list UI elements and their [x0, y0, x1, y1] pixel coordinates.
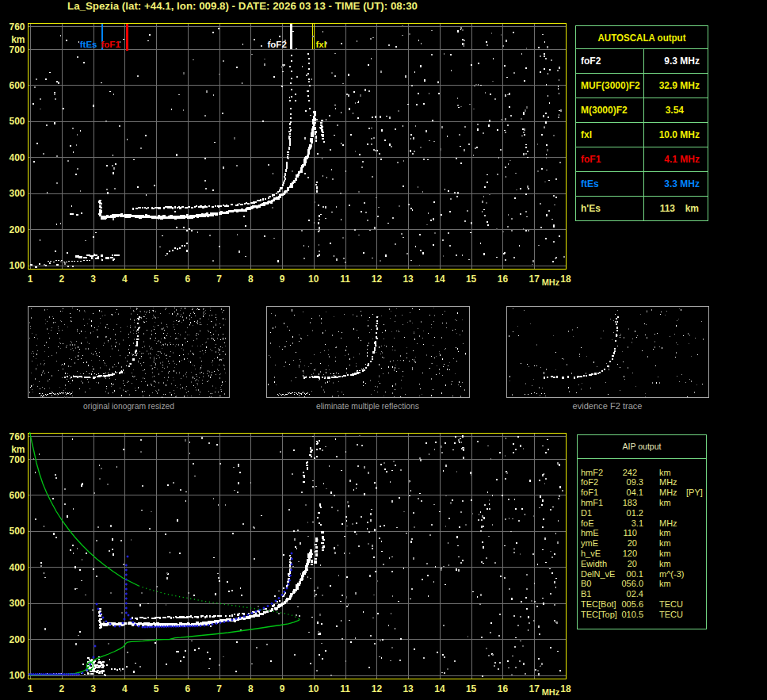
svg-text:ymE: ymE	[581, 538, 598, 548]
svg-text:[PY]: [PY]	[686, 488, 703, 497]
svg-text:18: 18	[560, 273, 571, 285]
svg-text:5: 5	[154, 273, 159, 285]
svg-text:6: 6	[185, 273, 190, 285]
svg-text:13: 13	[403, 683, 414, 694]
svg-text:km: km	[659, 498, 671, 507]
svg-text:700: 700	[9, 454, 25, 465]
svg-text:400: 400	[9, 152, 25, 163]
svg-text:9.3 MHz: 9.3 MHz	[664, 55, 700, 67]
svg-text:8: 8	[248, 273, 254, 285]
svg-text:7: 7	[216, 683, 222, 694]
svg-text:01.2: 01.2	[627, 508, 643, 518]
svg-text:DelN_vE: DelN_vE	[581, 569, 615, 579]
svg-text:4: 4	[122, 683, 128, 694]
svg-text:3.3 MHz: 3.3 MHz	[664, 178, 700, 189]
svg-text:MHz: MHz	[542, 277, 560, 287]
svg-text:hmF1: hmF1	[581, 498, 603, 507]
svg-text:500: 500	[9, 116, 25, 127]
svg-text:D1: D1	[581, 508, 592, 518]
svg-text:hmE: hmE	[581, 528, 599, 537]
svg-text:100: 100	[9, 260, 25, 271]
svg-text:400: 400	[9, 562, 25, 573]
svg-text:3: 3	[90, 683, 96, 694]
svg-text:AUTOSCALA output: AUTOSCALA output	[598, 33, 686, 44]
svg-text:ftEs: ftEs	[80, 40, 97, 49]
svg-text:113: 113	[660, 203, 676, 214]
svg-text:600: 600	[9, 490, 25, 501]
svg-text:B0: B0	[581, 579, 591, 588]
svg-text:8: 8	[248, 683, 254, 694]
svg-text:11: 11	[340, 683, 350, 694]
svg-text:005.6: 005.6	[621, 599, 643, 609]
svg-text:foF2: foF2	[581, 55, 601, 67]
svg-text:32.9 MHz: 32.9 MHz	[659, 80, 700, 91]
svg-text:02.4: 02.4	[627, 589, 643, 599]
svg-text:12: 12	[372, 273, 383, 285]
svg-text:km: km	[659, 579, 671, 588]
svg-text:9: 9	[280, 273, 285, 285]
svg-text:3.1: 3.1	[632, 518, 643, 528]
svg-text:original ionogram resized: original ionogram resized	[83, 401, 174, 411]
svg-text:Ewidth: Ewidth	[581, 559, 607, 568]
svg-text:M(3000)F2: M(3000)F2	[581, 105, 628, 116]
svg-text:foF1: foF1	[581, 154, 601, 165]
svg-text:16: 16	[498, 683, 509, 694]
svg-text:760: 760	[9, 431, 25, 442]
svg-text:600: 600	[9, 80, 25, 91]
svg-text:La_Spezia (lat: +44.1, lon: 00: La_Spezia (lat: +44.1, lon: 009.8) - DAT…	[67, 1, 418, 12]
svg-text:13: 13	[403, 273, 414, 285]
svg-text:TECU: TECU	[659, 610, 683, 619]
svg-text:foE: foE	[581, 518, 594, 528]
svg-text:km: km	[659, 559, 671, 568]
svg-text:10: 10	[308, 273, 319, 285]
svg-text:h_vE: h_vE	[581, 549, 601, 558]
svg-text:4.1 MHz: 4.1 MHz	[664, 154, 700, 165]
svg-text:5: 5	[154, 683, 159, 694]
svg-text:MHz: MHz	[659, 518, 677, 528]
svg-text:15: 15	[466, 683, 477, 694]
svg-text:fxI: fxI	[316, 40, 326, 49]
svg-text:km: km	[685, 203, 699, 214]
svg-text:3: 3	[90, 273, 96, 285]
svg-text:1: 1	[28, 683, 33, 694]
svg-text:AIP output: AIP output	[623, 442, 662, 451]
svg-text:MHz: MHz	[542, 687, 560, 697]
svg-text:17: 17	[529, 273, 540, 285]
svg-text:700: 700	[9, 44, 25, 55]
svg-text:17: 17	[529, 683, 540, 694]
svg-text:09.3: 09.3	[627, 477, 643, 487]
svg-text:km: km	[659, 549, 671, 558]
svg-text:2: 2	[59, 683, 64, 694]
svg-text:foF2: foF2	[581, 477, 598, 487]
svg-text:4: 4	[122, 273, 128, 285]
svg-text:20: 20	[628, 559, 637, 568]
svg-text:242: 242	[623, 468, 637, 477]
svg-text:6: 6	[185, 683, 190, 694]
svg-text:300: 300	[9, 188, 25, 199]
svg-text:2: 2	[59, 273, 64, 285]
svg-text:056.0: 056.0	[621, 579, 643, 588]
svg-text:010.5: 010.5	[621, 610, 643, 619]
svg-text:foF1: foF1	[101, 40, 121, 49]
svg-text:16: 16	[498, 273, 509, 285]
svg-text:TECU: TECU	[659, 599, 683, 609]
svg-text:100: 100	[9, 670, 25, 681]
svg-text:120: 120	[623, 549, 637, 558]
svg-text:15: 15	[466, 273, 477, 285]
svg-text:hmF2: hmF2	[581, 468, 603, 477]
svg-text:ftEs: ftEs	[581, 178, 599, 189]
svg-text:foF1: foF1	[581, 488, 598, 497]
svg-text:km: km	[659, 528, 671, 537]
svg-text:04.1: 04.1	[627, 488, 643, 497]
svg-text:760: 760	[9, 21, 25, 33]
svg-text:TEC[Bot]: TEC[Bot]	[581, 599, 616, 609]
svg-text:00.1: 00.1	[627, 569, 643, 579]
svg-text:m^(-3): m^(-3)	[659, 569, 684, 579]
svg-text:MUF(3000)F2: MUF(3000)F2	[581, 80, 640, 91]
svg-text:fxI: fxI	[581, 129, 592, 140]
svg-text:9: 9	[280, 683, 285, 694]
svg-text:10.0 MHz: 10.0 MHz	[659, 129, 700, 140]
svg-text:11: 11	[340, 273, 350, 285]
svg-text:14: 14	[434, 683, 445, 694]
svg-text:3.54: 3.54	[666, 105, 685, 116]
